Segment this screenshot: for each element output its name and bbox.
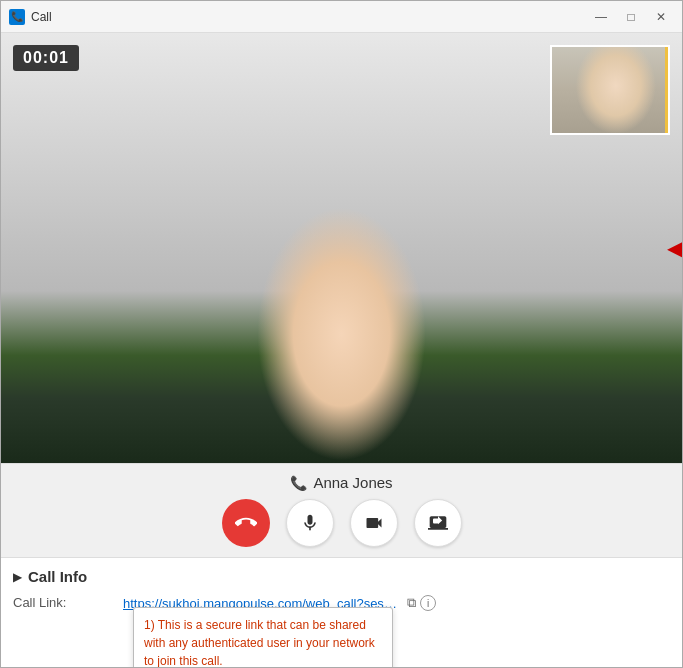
caller-name-text: Anna Jones [313, 474, 392, 491]
link-tooltip: 1) This is a secure link that can be sha… [133, 607, 393, 667]
pip-video-feed [550, 45, 670, 135]
caller-name-display: 📞 Anna Jones [290, 474, 392, 491]
call-info-arrow: ▶ [13, 570, 22, 584]
camera-button[interactable] [350, 499, 398, 547]
copy-link-icon[interactable]: ⧉ [407, 595, 416, 611]
minimize-button[interactable]: — [588, 7, 614, 27]
video-area: 00:01 ◀ [1, 33, 682, 463]
mute-button[interactable] [286, 499, 334, 547]
call-link-value: https://sukhoi.mangopulse.com/web_call?s… [123, 595, 670, 667]
window-controls: — □ ✕ [588, 7, 674, 27]
pip-video-person [552, 47, 668, 133]
title-bar: 📞 Call — □ ✕ [1, 1, 682, 33]
camera-icon [364, 513, 384, 533]
call-controls-bar: 📞 Anna Jones [1, 463, 682, 557]
info-panel: ▶ Call Info Call Link: https://sukhoi.ma… [1, 557, 682, 667]
maximize-button[interactable]: □ [618, 7, 644, 27]
screen-share-icon [428, 513, 448, 533]
call-info-header-label: Call Info [28, 568, 87, 585]
close-button[interactable]: ✕ [648, 7, 674, 27]
app-icon: 📞 [9, 9, 25, 25]
hangup-icon [235, 512, 257, 534]
link-info-icon[interactable]: i [420, 595, 436, 611]
tooltip-line1: 1) This is a secure link that can be sha… [144, 616, 382, 667]
call-info-toggle[interactable]: ▶ Call Info [13, 568, 670, 585]
window-title: Call [31, 10, 588, 24]
call-link-label: Call Link: [13, 595, 123, 610]
caller-phone-icon: 📞 [290, 475, 307, 491]
pip-border [665, 47, 668, 133]
side-panel-arrow[interactable]: ◀ [667, 236, 682, 260]
call-link-row: Call Link: https://sukhoi.mangopulse.com… [13, 595, 670, 667]
control-buttons-group [222, 499, 462, 547]
call-timer: 00:01 [13, 45, 79, 71]
main-window: 📞 Call — □ ✕ 00:01 ◀ 📞 Anna Jones [0, 0, 683, 668]
hangup-button[interactable] [222, 499, 270, 547]
screen-share-button[interactable] [414, 499, 462, 547]
mic-icon [300, 513, 320, 533]
